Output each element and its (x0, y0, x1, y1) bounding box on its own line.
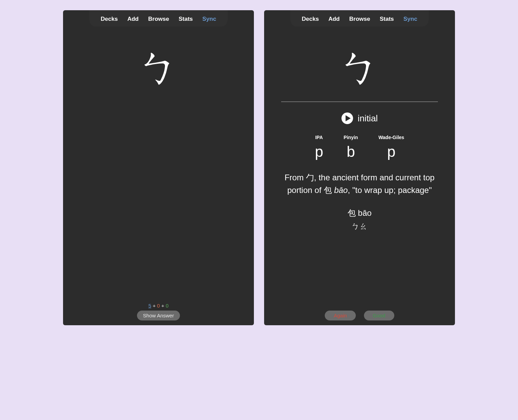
etymology-post: , "to wrap up; package" (348, 185, 432, 195)
etymology-italic: bāo (334, 185, 348, 195)
show-answer-button[interactable]: Show Answer (137, 311, 180, 320)
review-counts: 5 + 0 + 0 (148, 303, 168, 309)
etymology-text: From 勹, the ancient form and current top… (274, 171, 445, 196)
menu-add[interactable]: Add (324, 14, 345, 24)
front-panel: Decks Add Browse Stats Sync ㄅ 5 + 0 + 0 … (63, 10, 254, 325)
menu-browse[interactable]: Browse (143, 14, 174, 24)
phonetic-value: b (347, 144, 355, 159)
card-front-area: ㄅ (63, 27, 254, 300)
card-back-area: ㄅ initial IPA p Pinyin b Wade-Giles p (264, 27, 455, 311)
sound-type-label: initial (357, 113, 378, 124)
answer-button-row: Again Good (264, 311, 455, 325)
phonetic-header: Pinyin (344, 135, 358, 140)
bopomofo-character: ㄅ (339, 47, 380, 88)
bottom-bar-front: 5 + 0 + 0 Show Answer (63, 300, 254, 325)
phonetic-col-pinyin: Pinyin b (344, 135, 358, 159)
count-learn: 0 (157, 303, 160, 309)
divider-line (281, 102, 438, 102)
phonetic-value: p (387, 144, 395, 159)
menu-sync[interactable]: Sync (399, 14, 422, 24)
plus-separator: + (153, 303, 157, 309)
example-block: 包 bāo ㄅㄠ (348, 207, 372, 233)
menu-sync[interactable]: Sync (198, 14, 221, 24)
example-bopomofo: ㄅㄠ (348, 220, 372, 233)
menu-add[interactable]: Add (123, 14, 143, 24)
menu-browse[interactable]: Browse (345, 14, 375, 24)
phonetic-col-ipa: IPA p (315, 135, 323, 159)
phonetic-header: Wade-Giles (378, 135, 404, 140)
phonetic-col-wade-giles: Wade-Giles p (378, 135, 404, 159)
example-hanzi-pinyin: 包 bāo (348, 207, 372, 220)
good-button[interactable]: Good (364, 311, 394, 320)
audio-row: initial (341, 112, 378, 124)
phonetic-table: IPA p Pinyin b Wade-Giles p (315, 135, 404, 159)
menu-decks[interactable]: Decks (297, 14, 324, 24)
play-icon[interactable] (341, 112, 353, 124)
phonetic-header: IPA (315, 135, 323, 140)
count-new: 5 (148, 303, 151, 309)
count-due: 0 (166, 303, 168, 309)
menu-bar: Decks Add Browse Stats Sync (290, 10, 429, 27)
again-button[interactable]: Again (325, 311, 355, 320)
bopomofo-character: ㄅ (138, 47, 179, 88)
menu-stats[interactable]: Stats (174, 14, 198, 24)
menu-stats[interactable]: Stats (375, 14, 399, 24)
phonetic-value: p (315, 144, 323, 159)
back-panel: Decks Add Browse Stats Sync ㄅ initial IP… (264, 10, 455, 325)
menu-bar: Decks Add Browse Stats Sync (89, 10, 228, 27)
plus-separator: + (161, 303, 166, 309)
menu-decks[interactable]: Decks (96, 14, 123, 24)
